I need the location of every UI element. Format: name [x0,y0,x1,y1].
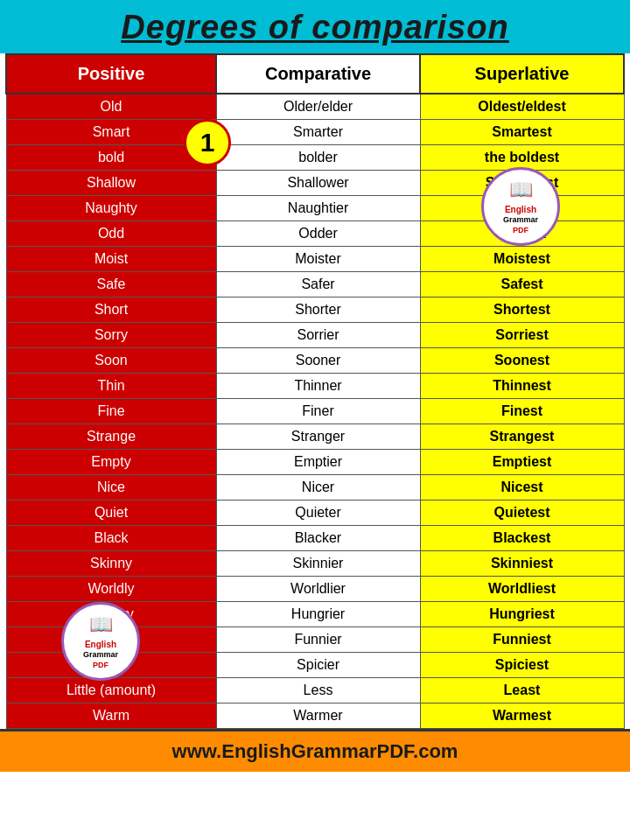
table-cell: Funnier [216,627,420,653]
badge-logo-top-right: 📖 English Grammar PDF [481,167,560,246]
page-header: Degrees of comparison [0,0,630,53]
table-cell: Fine [6,399,216,424]
table-cell: Quieter [216,500,420,526]
table-cell: Worldliest [420,577,624,602]
header-positive: Positive [6,54,216,94]
table-cell: Moister [216,247,420,272]
table-cell: Odd [6,221,216,247]
table-cell: Quietest [420,500,624,526]
badge-number-1: 1 [184,119,231,166]
table-row: SkinnySkinnierSkinniest [6,551,624,577]
table-cell: Blacker [216,526,420,551]
table-cell: Hungriest [420,602,624,627]
table-cell: bolder [216,145,420,171]
table-cell: Sorry [6,323,216,348]
table-cell: Spicier [216,653,420,678]
footer-url: www.EnglishGrammarPDF.com [172,740,458,762]
table-cell: Warmest [420,704,624,729]
table-cell: Shorter [216,298,420,323]
table-wrapper: 1 📖 English Grammar PDF 📖 English Gramma… [0,53,630,729]
table-cell: Quiet [6,500,216,526]
table-cell: Thinner [216,374,420,399]
page-title: Degrees of comparison [0,9,630,46]
logo-icon-2: 📖 [89,612,113,638]
table-cell: Sorrier [216,323,420,348]
table-row: MoistMoisterMoistest [6,247,624,272]
table-cell: Sorriest [420,323,624,348]
table-cell: Smartest [420,120,624,145]
table-cell: Skinny [6,551,216,577]
table-row: SafeSaferSafest [6,272,624,298]
table-cell: Short [6,298,216,323]
table-cell: Safe [6,272,216,298]
table-cell: Skinniest [420,551,624,577]
table-cell: Strangest [420,424,624,450]
table-cell: Shallow [6,171,216,196]
table-row: ShortShorterShortest [6,298,624,323]
table-row: boldbolderthe boldest [6,145,624,171]
table-cell: Worldly [6,577,216,602]
table-cell: Blackest [420,526,624,551]
table-cell: Safest [420,272,624,298]
table-row: WorldlyWorldlierWorldliest [6,577,624,602]
table-cell: Thinnest [420,374,624,399]
page-footer: www.EnglishGrammarPDF.com [0,729,630,772]
table-row: BlackBlackerBlackest [6,526,624,551]
table-row: EmptyEmptierEmptiest [6,450,624,475]
table-row: QuietQuieterQuietest [6,500,624,526]
table-cell: Soon [6,348,216,374]
table-cell: Nicest [420,475,624,500]
table-cell: Thin [6,374,216,399]
table-cell: Emptiest [420,450,624,475]
table-cell: Naughty [6,196,216,221]
table-cell: Finer [216,399,420,424]
table-cell: Emptier [216,450,420,475]
table-cell: Less [216,678,420,704]
header-superlative: Superlative [420,54,624,94]
table-row: Little (amount)LessLeast [6,678,624,704]
table-row: StrangeStrangerStrangest [6,424,624,450]
table-cell: Nice [6,475,216,500]
table-cell: Moist [6,247,216,272]
table-row: ThinThinnerThinnest [6,374,624,399]
table-row: SoonSoonerSoonest [6,348,624,374]
table-cell: Old [6,94,216,120]
header-comparative: Comparative [216,54,420,94]
table-cell: Hungrier [216,602,420,627]
table-cell: Oldest/eldest [420,94,624,120]
table-cell: Funniest [420,627,624,653]
table-cell: Odder [216,221,420,247]
badge-logo-bottom-left: 📖 English Grammar PDF [61,602,140,681]
table-cell: Least [420,678,624,704]
table-cell: Black [6,526,216,551]
table-cell: Nicer [216,475,420,500]
table-cell: Warm [6,704,216,729]
logo-icon-1: 📖 [509,178,533,203]
table-cell: Warmer [216,704,420,729]
table-cell: Strange [6,424,216,450]
table-cell: Moistest [420,247,624,272]
table-row: SorrySorrierSorriest [6,323,624,348]
table-row: SmartSmarterSmartest [6,120,624,145]
table-row: WarmWarmerWarmest [6,704,624,729]
table-cell: Naughtier [216,196,420,221]
table-cell: Empty [6,450,216,475]
table-cell: Sooner [216,348,420,374]
table-cell: Stranger [216,424,420,450]
table-cell: Spiciest [420,653,624,678]
table-row: NiceNicerNicest [6,475,624,500]
table-cell: Soonest [420,348,624,374]
table-cell: Safer [216,272,420,298]
table-header: Positive Comparative Superlative [6,54,624,94]
table-cell: Shallower [216,171,420,196]
table-cell: Little (amount) [6,678,216,704]
table-cell: Worldlier [216,577,420,602]
table-row: FineFinerFinest [6,399,624,424]
table-cell: Smarter [216,120,420,145]
table-cell: Older/elder [216,94,420,120]
table-row: OldOlder/elderOldest/eldest [6,94,624,120]
table-cell: Skinnier [216,551,420,577]
table-cell: Finest [420,399,624,424]
table-cell: Shortest [420,298,624,323]
